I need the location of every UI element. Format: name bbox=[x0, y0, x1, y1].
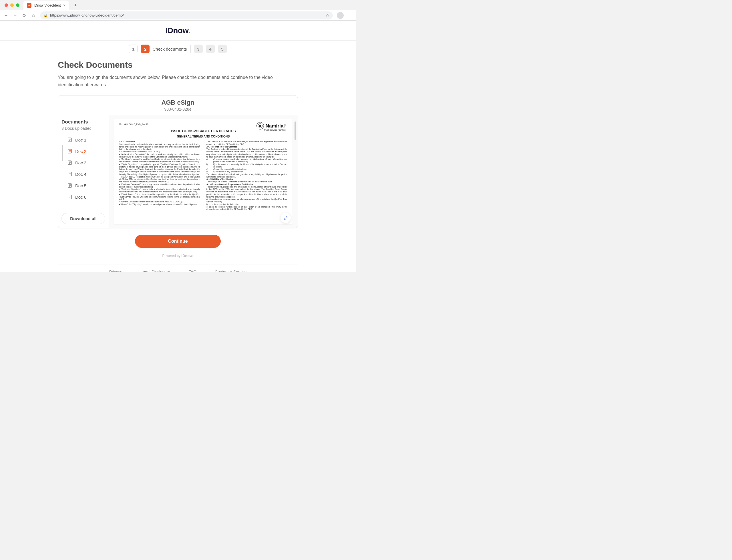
document-icon bbox=[67, 148, 72, 154]
back-icon[interactable]: ← bbox=[3, 13, 9, 18]
document-viewer: AGB eSign 983-8432-328e Documents 3 Docs… bbox=[58, 95, 298, 228]
browser-toolbar: ← → ⟳ ⌂ 🔒 https://www.idnow.io/idnow-vid… bbox=[0, 10, 356, 21]
stepper: 1 2 Check documents 3 4 5 bbox=[0, 41, 356, 57]
step-num: 3 bbox=[194, 45, 203, 53]
reload-icon[interactable]: ⟳ bbox=[22, 13, 27, 18]
step-5[interactable]: 5 bbox=[218, 45, 227, 53]
page-description: You are going to sign the documents show… bbox=[58, 74, 298, 88]
document-page: Namirial® Trust Service Provider Mod.NAM… bbox=[114, 119, 293, 224]
step-1[interactable]: 1 bbox=[129, 45, 138, 53]
window-maximize[interactable] bbox=[16, 3, 19, 7]
documents-heading: Documents bbox=[61, 119, 105, 125]
lock-icon: 🔒 bbox=[43, 13, 48, 17]
bookmark-star-icon[interactable]: ☆ bbox=[326, 13, 329, 18]
doc-col-left: Art. 1 Definitions Save as otherwise ind… bbox=[119, 141, 200, 211]
powered-by: Powered by IDnow. bbox=[58, 254, 298, 258]
brand-name: IDnow bbox=[165, 26, 188, 35]
main-content: Check Documents You are going to sign th… bbox=[58, 57, 298, 272]
home-icon[interactable]: ⌂ bbox=[31, 13, 36, 18]
step-2[interactable]: 2 Check documents bbox=[141, 45, 187, 53]
document-label: Doc 4 bbox=[75, 172, 86, 177]
tab-close-icon[interactable]: × bbox=[63, 3, 65, 8]
document-label: Doc 3 bbox=[75, 160, 86, 165]
doc-columns: Art. 1 Definitions Save as otherwise ind… bbox=[119, 141, 287, 211]
step-label: Check documents bbox=[152, 47, 187, 51]
brand-dot: . bbox=[188, 26, 190, 35]
step-num: 1 bbox=[129, 45, 138, 53]
document-title: AGB eSign bbox=[61, 99, 294, 106]
document-icon bbox=[67, 194, 72, 200]
powered-prefix: Powered by bbox=[162, 254, 182, 258]
document-ref: 983-8432-328e bbox=[61, 107, 294, 111]
omnibox[interactable]: 🔒 https://www.idnow.io/idnow-videoident/… bbox=[40, 11, 333, 19]
document-item-1[interactable]: Doc 1 bbox=[61, 134, 105, 146]
forward-icon[interactable]: → bbox=[13, 13, 18, 18]
document-label: Doc 1 bbox=[75, 137, 86, 142]
browser-tab[interactable]: io. IDnow VideoIdent × bbox=[23, 1, 69, 10]
window-controls bbox=[3, 3, 21, 7]
document-icon bbox=[67, 137, 72, 143]
provider-mark-icon bbox=[256, 122, 264, 129]
document-label: Doc 6 bbox=[75, 195, 86, 200]
provider-logo: Namirial® Trust Service Provider bbox=[256, 122, 286, 129]
provider-tagline: Trust Service Provider bbox=[264, 129, 286, 131]
document-list: Doc 1 Doc 2 Doc 3 Doc 4 bbox=[61, 134, 105, 203]
document-preview-pane[interactable]: Namirial® Trust Service Provider Mod.NAM… bbox=[109, 115, 298, 228]
fullscreen-button[interactable] bbox=[281, 213, 291, 223]
footer-link-legal[interactable]: Legal Disclosure bbox=[141, 270, 170, 272]
browser-menu-icon[interactable]: ⋮ bbox=[348, 13, 352, 18]
step-num: 2 bbox=[141, 45, 150, 53]
document-icon bbox=[67, 183, 72, 188]
page-body: IDnow. 1 2 Check documents 3 4 5 Check D… bbox=[0, 21, 356, 272]
doc-title-2: GENERAL TERMS AND CONDITIONS bbox=[119, 135, 287, 138]
tab-strip: io. IDnow VideoIdent × + bbox=[0, 0, 356, 10]
viewer-body: Documents 3 Docs uploaded Doc 1 Doc 2 bbox=[58, 115, 298, 228]
document-label: Doc 2 bbox=[75, 149, 86, 154]
url-text: https://www.idnow.io/idnow-videoident/de… bbox=[50, 13, 323, 17]
browser-chrome: io. IDnow VideoIdent × + ← → ⟳ ⌂ 🔒 https… bbox=[0, 0, 356, 21]
page-title: Check Documents bbox=[58, 60, 298, 70]
window-minimize[interactable] bbox=[10, 3, 14, 7]
document-icon bbox=[67, 160, 72, 166]
step-num: 4 bbox=[206, 45, 215, 53]
viewer-header: AGB eSign 983-8432-328e bbox=[58, 95, 298, 115]
tab-favicon: io. bbox=[27, 3, 31, 8]
document-item-6[interactable]: Doc 6 bbox=[61, 191, 105, 203]
continue-button[interactable]: Continue bbox=[135, 235, 221, 248]
step-4[interactable]: 4 bbox=[206, 45, 215, 53]
window-close[interactable] bbox=[5, 3, 8, 7]
document-sidebar: Documents 3 Docs uploaded Doc 1 Doc 2 bbox=[58, 115, 109, 228]
documents-count: 3 Docs uploaded bbox=[61, 126, 105, 131]
document-item-3[interactable]: Doc 3 bbox=[61, 157, 105, 168]
new-tab-button[interactable]: + bbox=[71, 2, 80, 8]
download-all-button[interactable]: Download all bbox=[61, 213, 105, 224]
document-item-2[interactable]: Doc 2 bbox=[61, 146, 105, 157]
brand-logo: IDnow. bbox=[165, 26, 190, 35]
provider-name: Namirial® bbox=[266, 123, 286, 128]
footer-link-support[interactable]: Customer Service bbox=[215, 270, 246, 272]
doc-col-right: The Contract is for the issue of Certifi… bbox=[206, 141, 287, 211]
powered-brand: IDnow. bbox=[181, 254, 193, 258]
footer: Privacy Legal Disclosure FAQ Customer Se… bbox=[58, 264, 298, 272]
logo-bar: IDnow. bbox=[0, 21, 356, 41]
document-item-5[interactable]: Doc 5 bbox=[61, 180, 105, 191]
step-separator bbox=[190, 45, 191, 53]
expand-icon bbox=[284, 216, 288, 220]
doc-title-1: ISSUE OF DISPOSABLE CERTIFICATES bbox=[119, 129, 287, 133]
footer-link-faq[interactable]: FAQ bbox=[188, 270, 196, 272]
profile-avatar[interactable] bbox=[337, 12, 344, 19]
step-3[interactable]: 3 bbox=[194, 45, 203, 53]
document-label: Doc 5 bbox=[75, 183, 86, 188]
footer-link-privacy[interactable]: Privacy bbox=[109, 270, 122, 272]
tab-title: IDnow VideoIdent bbox=[34, 3, 61, 7]
document-item-4[interactable]: Doc 4 bbox=[61, 168, 105, 180]
step-num: 5 bbox=[218, 45, 227, 53]
document-icon bbox=[67, 171, 72, 177]
preview-scrollbar[interactable] bbox=[295, 121, 296, 140]
